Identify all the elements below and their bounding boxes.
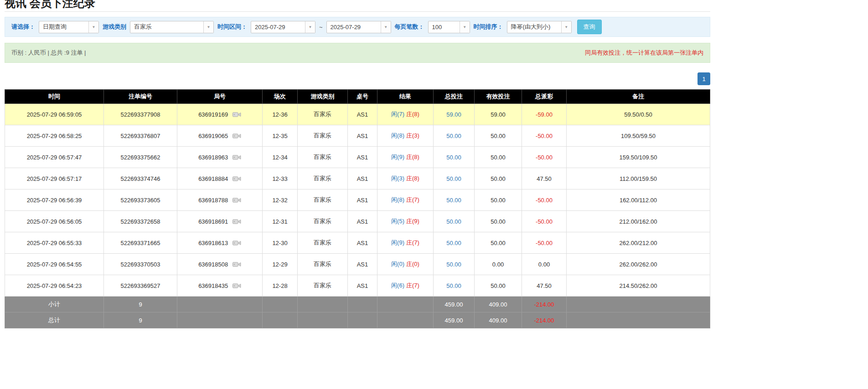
game-type-dropdown[interactable]: ▼ — [130, 21, 214, 33]
date-from-input[interactable] — [251, 21, 305, 33]
empty-cell — [348, 312, 377, 328]
cell-total-bet-link[interactable]: 50.00 — [434, 147, 475, 168]
game-type-input[interactable] — [130, 21, 203, 33]
cell-valid-bet: 50.00 — [475, 125, 522, 147]
pagination: 1 — [5, 72, 710, 85]
cell-payout: 0.00 — [522, 254, 567, 275]
cell-game-type: 百家乐 — [298, 275, 348, 297]
query-type-input[interactable] — [39, 21, 88, 33]
cell-game-type: 百家乐 — [298, 125, 348, 147]
cell-game-type: 百家乐 — [298, 147, 348, 168]
cell-session: 12-36 — [263, 104, 298, 125]
result-player: 闲(0) — [391, 261, 404, 267]
chevron-down-icon[interactable]: ▼ — [305, 21, 315, 33]
table-row: 2025-07-29 06:58:25 522693376807 6369190… — [5, 125, 710, 147]
col-game-type: 游戏类别 — [298, 90, 348, 104]
video-icon[interactable] — [232, 175, 241, 182]
result-banker: 庄(3) — [406, 132, 419, 139]
query-type-dropdown[interactable]: ▼ — [39, 21, 99, 33]
subtotal-total-bet: 459.00 — [434, 297, 475, 312]
subtotal-label: 小计 — [5, 297, 104, 312]
cell-result: 闲(3)庄(8) — [377, 168, 434, 189]
page-size-input[interactable] — [429, 21, 460, 33]
cell-total-bet-link[interactable]: 59.00 — [434, 104, 475, 125]
cell-session: 12-29 — [263, 254, 298, 275]
cell-valid-bet: 59.00 — [475, 104, 522, 125]
cell-note: 59.50/0.50 — [567, 104, 710, 125]
chevron-down-icon[interactable]: ▼ — [381, 21, 391, 33]
summary-currency-count: 币别 : 人民币 | 总共 :9 注单 | — [11, 49, 86, 57]
round-id: 636918884 — [198, 175, 228, 182]
cell-session: 12-30 — [263, 232, 298, 254]
cell-time: 2025-07-29 06:55:33 — [5, 232, 104, 254]
cell-total-bet-link[interactable]: 50.00 — [434, 232, 475, 254]
round-id: 636919169 — [198, 111, 228, 118]
video-icon[interactable] — [232, 197, 241, 204]
cell-valid-bet: 50.00 — [475, 232, 522, 254]
filter-bar: 请选择： ▼ 游戏类别 ▼ 时间区间： ▼ ~ ▼ 每页笔数： ▼ 时间排序： … — [5, 17, 710, 37]
cell-result: 闲(0)庄(0) — [377, 254, 434, 275]
chevron-down-icon[interactable]: ▼ — [88, 21, 98, 33]
empty-cell — [567, 297, 710, 312]
sort-dropdown[interactable]: ▼ — [507, 21, 572, 33]
table-row: 2025-07-29 06:55:33 522693371665 6369186… — [5, 232, 710, 254]
cell-valid-bet: 50.00 — [475, 147, 522, 168]
cell-payout: -50.00 — [522, 232, 567, 254]
cell-time: 2025-07-29 06:59:05 — [5, 104, 104, 125]
page-1-button[interactable]: 1 — [698, 72, 710, 85]
cell-table: AS1 — [348, 168, 377, 189]
cell-total-bet-link[interactable]: 50.00 — [434, 211, 475, 232]
cell-round: 636918508 — [177, 254, 263, 275]
video-icon[interactable] — [232, 154, 241, 161]
cell-game-type: 百家乐 — [298, 211, 348, 232]
video-icon[interactable] — [232, 240, 241, 246]
game-type-label: 游戏类别 — [103, 23, 126, 31]
cell-bet-id: 522693375662 — [104, 147, 177, 168]
video-icon[interactable] — [232, 111, 241, 118]
cell-table: AS1 — [348, 275, 377, 297]
cell-session: 12-35 — [263, 125, 298, 147]
total-total-bet: 459.00 — [434, 312, 475, 328]
date-to-picker[interactable]: ▼ — [326, 21, 391, 33]
cell-game-type: 百家乐 — [298, 168, 348, 189]
result-player: 闲(8) — [391, 196, 404, 203]
cell-result: 闲(6)庄(7) — [377, 275, 434, 297]
cell-result: 闲(8)庄(7) — [377, 189, 434, 211]
cell-table: AS1 — [348, 254, 377, 275]
cell-round: 636918613 — [177, 232, 263, 254]
cell-game-type: 百家乐 — [298, 254, 348, 275]
table-body: 2025-07-29 06:59:05 522693377908 6369191… — [5, 104, 710, 297]
cell-total-bet-link[interactable]: 50.00 — [434, 275, 475, 297]
cell-total-bet-link[interactable]: 50.00 — [434, 168, 475, 189]
sort-input[interactable] — [507, 21, 561, 33]
col-session: 场次 — [263, 90, 298, 104]
cell-result: 闲(7)庄(8) — [377, 104, 434, 125]
cell-payout: -59.00 — [522, 104, 567, 125]
result-banker: 庄(7) — [406, 239, 419, 246]
empty-cell — [348, 297, 377, 312]
cell-total-bet-link[interactable]: 50.00 — [434, 189, 475, 211]
chevron-down-icon[interactable]: ▼ — [561, 21, 571, 33]
chevron-down-icon[interactable]: ▼ — [460, 21, 470, 33]
date-to-input[interactable] — [327, 21, 381, 33]
table-row: 2025-07-29 06:59:05 522693377908 6369191… — [5, 104, 710, 125]
video-icon[interactable] — [232, 133, 241, 139]
video-icon[interactable] — [232, 218, 241, 225]
col-result: 结果 — [377, 90, 434, 104]
round-id: 636918963 — [198, 154, 228, 161]
cell-session: 12-31 — [263, 211, 298, 232]
video-icon[interactable] — [232, 282, 241, 289]
search-button[interactable]: 查询 — [577, 20, 602, 34]
cell-time: 2025-07-29 06:57:47 — [5, 147, 104, 168]
date-from-picker[interactable]: ▼ — [251, 21, 315, 33]
cell-bet-id: 522693370503 — [104, 254, 177, 275]
cell-total-bet-link[interactable]: 50.00 — [434, 254, 475, 275]
video-icon[interactable] — [232, 261, 241, 268]
result-banker: 庄(8) — [406, 175, 419, 182]
cell-note: 162.00/112.00 — [567, 189, 710, 211]
table-row: 2025-07-29 06:54:23 522693369527 6369184… — [5, 275, 710, 297]
chevron-down-icon[interactable]: ▼ — [203, 21, 213, 33]
empty-cell — [298, 312, 348, 328]
cell-total-bet-link[interactable]: 50.00 — [434, 125, 475, 147]
page-size-dropdown[interactable]: ▼ — [428, 21, 470, 33]
